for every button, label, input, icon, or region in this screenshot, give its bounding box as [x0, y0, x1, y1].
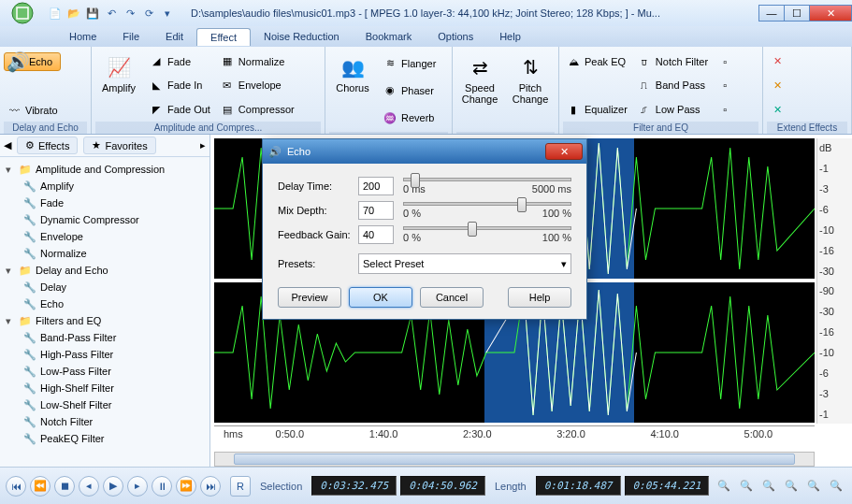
- equalizer-button[interactable]: ▮Equalizer: [563, 100, 630, 119]
- menu-help[interactable]: Help: [486, 28, 534, 45]
- tree-group[interactable]: ▾📁Delay and Echo: [2, 262, 208, 279]
- vibrato-button[interactable]: 〰Vibrato: [4, 101, 61, 120]
- dialog-titlebar[interactable]: 🔊 Echo ✕: [263, 139, 586, 164]
- prev-button[interactable]: ◂: [79, 476, 99, 497]
- filter-extra2[interactable]: ▫: [715, 76, 735, 94]
- tree-group[interactable]: ▾📁Filters and EQ: [2, 312, 208, 329]
- minimize-button[interactable]: —: [758, 5, 785, 22]
- filter-extra3[interactable]: ▫: [715, 100, 735, 119]
- qat-dropdown-icon[interactable]: ▾: [159, 5, 176, 22]
- zoom-vert-out-icon[interactable]: 🔍: [826, 476, 846, 497]
- rewind-button[interactable]: ⏪: [30, 476, 51, 497]
- redo-icon[interactable]: ↷: [122, 5, 138, 22]
- presets-select[interactable]: Select Preset▾: [358, 253, 571, 274]
- echo-button[interactable]: 🔊Echo: [4, 52, 61, 71]
- zoom-out-icon[interactable]: 🔍: [758, 476, 779, 497]
- stop-button[interactable]: ◼: [54, 476, 75, 497]
- speed-change-button[interactable]: ⇄Speed Change: [456, 50, 503, 132]
- tree-item[interactable]: 🔧Band-Pass Filter: [2, 329, 208, 346]
- delay-time-input[interactable]: [358, 177, 394, 195]
- menu-edit[interactable]: Edit: [152, 28, 196, 45]
- play-button[interactable]: ▶: [103, 476, 123, 497]
- extend1[interactable]: ✕: [767, 52, 787, 71]
- normalize-button[interactable]: ▦Normalize: [217, 52, 297, 71]
- undo-icon[interactable]: ↶: [103, 5, 120, 22]
- menu-effect[interactable]: Effect: [196, 28, 251, 46]
- sidepanel-collapse-icon[interactable]: ◀: [4, 139, 11, 151]
- record-button[interactable]: R: [230, 476, 251, 497]
- effects-icon: ⚙: [25, 139, 35, 151]
- goto-end-button[interactable]: ⏭: [200, 476, 221, 497]
- feedback-gain-input[interactable]: [358, 225, 394, 244]
- tree-item[interactable]: 🔧Low-Shelf Filter: [2, 396, 208, 413]
- menu-noise-reduction[interactable]: Noise Reduction: [251, 28, 353, 45]
- save-icon[interactable]: 💾: [84, 5, 101, 22]
- reverb-button[interactable]: ♒Reverb: [380, 108, 439, 127]
- tree-item[interactable]: 🔧Echo: [2, 295, 208, 312]
- timeline[interactable]: hms0:50.01:40.02:30.03:20.04:10.05:00.0: [214, 425, 815, 450]
- horizontal-scrollbar[interactable]: [214, 452, 815, 467]
- forward-button[interactable]: ⏩: [176, 476, 196, 497]
- tab-favorites[interactable]: ★Favorites: [83, 137, 155, 154]
- menu-home[interactable]: Home: [56, 28, 109, 45]
- zoom-sel-icon[interactable]: 🔍: [781, 476, 801, 497]
- compressor-button[interactable]: ▤Compressor: [217, 100, 297, 119]
- flanger-button[interactable]: ≋Flanger: [380, 54, 439, 73]
- notch-button[interactable]: ⩌Notch Filter: [634, 52, 711, 71]
- filter-extra1[interactable]: ▫: [715, 52, 735, 71]
- chorus-button[interactable]: 👥Chorus: [329, 50, 376, 132]
- tree-item[interactable]: 🔧High-Pass Filter: [2, 346, 208, 363]
- bandpass-button[interactable]: ⎍Band Pass: [634, 76, 711, 94]
- phaser-button[interactable]: ◉Phaser: [380, 81, 439, 100]
- envelope-button[interactable]: ✉Envelope: [217, 76, 297, 94]
- close-button[interactable]: ✕: [809, 5, 852, 22]
- tree-item[interactable]: 🔧Notch Filter: [2, 413, 208, 430]
- extend3[interactable]: ✕: [767, 100, 787, 119]
- menu-options[interactable]: Options: [425, 28, 486, 45]
- amplify-button[interactable]: 📈Amplify: [95, 50, 142, 122]
- pause-button[interactable]: ⏸: [152, 476, 172, 497]
- maximize-button[interactable]: ☐: [784, 5, 810, 22]
- extend2[interactable]: ✕: [767, 76, 787, 94]
- goto-start-button[interactable]: ⏮: [6, 476, 26, 497]
- ok-button[interactable]: OK: [349, 287, 412, 308]
- fadein-button[interactable]: ◣Fade In: [146, 76, 213, 94]
- tree-group[interactable]: ▾📁Amplitude and Compression: [2, 161, 208, 178]
- delay-time-slider[interactable]: [403, 178, 571, 181]
- fadeout-button[interactable]: ◤Fade Out: [146, 100, 213, 119]
- zoom-fit-icon[interactable]: 🔍: [714, 476, 734, 497]
- help-button[interactable]: Help: [508, 287, 571, 308]
- preview-button[interactable]: Preview: [278, 287, 341, 308]
- fade-button[interactable]: ◢Fade: [146, 52, 213, 71]
- pitch-change-button[interactable]: ⇅Pitch Change: [507, 50, 554, 132]
- effects-tree[interactable]: ▾📁Amplitude and Compression🔧Amplify🔧Fade…: [0, 157, 209, 467]
- open-icon[interactable]: 📂: [65, 5, 82, 22]
- tree-item[interactable]: 🔧Fade: [2, 194, 208, 211]
- menu-bookmark[interactable]: Bookmark: [353, 28, 426, 45]
- tab-effects[interactable]: ⚙Effects: [17, 137, 78, 154]
- scrollbar-thumb[interactable]: [234, 454, 795, 465]
- tree-item[interactable]: 🔧Normalize: [2, 245, 208, 262]
- tree-item[interactable]: 🔧Amplify: [2, 178, 208, 194]
- mix-depth-input[interactable]: [358, 201, 394, 220]
- zoom-vert-in-icon[interactable]: 🔍: [803, 476, 824, 497]
- tree-item[interactable]: 🔧Low-Pass Filter: [2, 363, 208, 380]
- tree-item[interactable]: 🔧High-Shelf Filter: [2, 380, 208, 396]
- peakeq-button[interactable]: ⛰Peak EQ: [563, 52, 630, 71]
- dialog-close-button[interactable]: ✕: [545, 143, 583, 160]
- tree-item[interactable]: 🔧Delay: [2, 279, 208, 295]
- cancel-button[interactable]: Cancel: [420, 287, 484, 308]
- next-button[interactable]: ▸: [127, 476, 148, 497]
- sidepanel-menu-icon[interactable]: ▸: [200, 139, 206, 151]
- menu-file[interactable]: File: [109, 28, 152, 45]
- tree-item[interactable]: 🔧Dynamic Compressor: [2, 211, 208, 228]
- tree-item[interactable]: 🔧Envelope: [2, 228, 208, 245]
- app-orb[interactable]: [4, 0, 41, 26]
- feedback-gain-slider[interactable]: [403, 226, 571, 230]
- mix-depth-slider[interactable]: [403, 202, 571, 206]
- new-icon[interactable]: 📄: [47, 5, 64, 22]
- refresh-icon[interactable]: ⟳: [140, 5, 157, 22]
- zoom-in-icon[interactable]: 🔍: [736, 476, 757, 497]
- lowpass-button[interactable]: ⎎Low Pass: [634, 100, 711, 119]
- tree-item[interactable]: 🔧PeakEQ Filter: [2, 430, 208, 447]
